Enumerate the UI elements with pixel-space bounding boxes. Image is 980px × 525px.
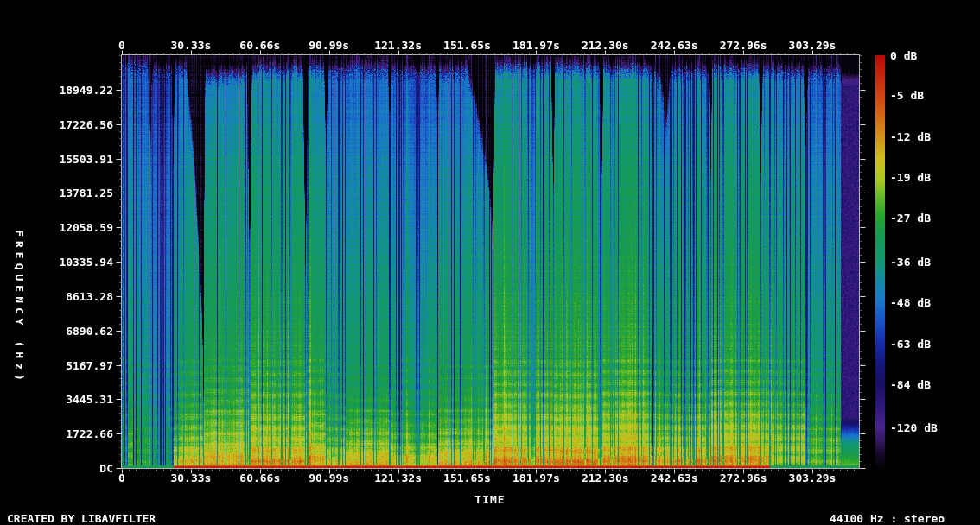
x-tick-label-top-9: 272.96s bbox=[720, 39, 767, 52]
y-tick-label-1: 17226.56 bbox=[0, 118, 113, 131]
x-tick-label-top-6: 181.97s bbox=[512, 39, 560, 52]
x-tick-label-top-2: 60.66s bbox=[239, 39, 280, 52]
spectrogram-window: 0030.33s30.33s60.66s60.66s90.99s90.99s12… bbox=[0, 0, 980, 525]
y-axis-title: FREQUENCY (Hz) bbox=[13, 230, 26, 385]
x-tick-label-bottom-0: 0 bbox=[118, 471, 125, 484]
x-tick-label-bottom-10: 303.29s bbox=[789, 471, 837, 484]
spectrogram-heatmap bbox=[122, 55, 859, 468]
creator-credit: CREATED BY LIBAVFILTER bbox=[7, 512, 156, 525]
x-axis-title: TIME bbox=[474, 493, 505, 506]
x-tick-label-bottom-5: 151.65s bbox=[443, 471, 491, 484]
y-tick-label-9: 3445.31 bbox=[0, 393, 113, 406]
x-tick-label-bottom-8: 242.63s bbox=[651, 471, 698, 484]
legend-colorbar bbox=[875, 55, 885, 468]
x-tick-label-bottom-9: 272.96s bbox=[720, 471, 767, 484]
y-tick-label-2: 15503.91 bbox=[0, 153, 113, 166]
y-tick-label-3: 13781.25 bbox=[0, 187, 113, 199]
legend-label-8: -84 dB bbox=[890, 378, 931, 391]
x-tick-label-top-0: 0 bbox=[118, 39, 125, 52]
legend-label-9: -120 dB bbox=[890, 421, 938, 434]
x-tick-label-top-4: 121.32s bbox=[374, 39, 422, 52]
x-tick-label-top-1: 30.33s bbox=[170, 39, 211, 52]
x-tick-label-top-5: 151.65s bbox=[443, 39, 491, 52]
y-tick-label-0: 18949.22 bbox=[0, 84, 113, 97]
legend-label-1: -5 dB bbox=[890, 89, 924, 102]
legend-label-7: -63 dB bbox=[890, 338, 931, 351]
x-tick-label-top-10: 303.29s bbox=[789, 39, 837, 52]
y-tick-label-10: 1722.66 bbox=[0, 427, 113, 440]
x-tick-label-bottom-2: 60.66s bbox=[239, 471, 280, 484]
x-tick-label-bottom-4: 121.32s bbox=[374, 471, 422, 484]
legend-label-4: -27 dB bbox=[890, 212, 931, 225]
x-tick-label-top-7: 212.30s bbox=[582, 39, 629, 52]
legend-label-3: -19 dB bbox=[890, 171, 931, 184]
x-tick-label-top-3: 90.99s bbox=[309, 39, 349, 52]
stream-info: 44100 Hz : stereo bbox=[830, 512, 945, 525]
x-tick-label-top-8: 242.63s bbox=[651, 39, 698, 52]
legend-label-6: -48 dB bbox=[890, 296, 931, 309]
x-tick-label-bottom-1: 30.33s bbox=[170, 471, 211, 484]
x-tick-label-bottom-6: 181.97s bbox=[512, 471, 560, 484]
legend-label-0: 0 dB bbox=[890, 49, 917, 62]
x-tick-label-bottom-7: 212.30s bbox=[582, 471, 629, 484]
x-tick-label-bottom-3: 90.99s bbox=[309, 471, 349, 484]
legend-label-2: -12 dB bbox=[890, 130, 931, 143]
y-tick-label-11: DC bbox=[0, 462, 113, 475]
legend-label-5: -36 dB bbox=[890, 256, 931, 269]
